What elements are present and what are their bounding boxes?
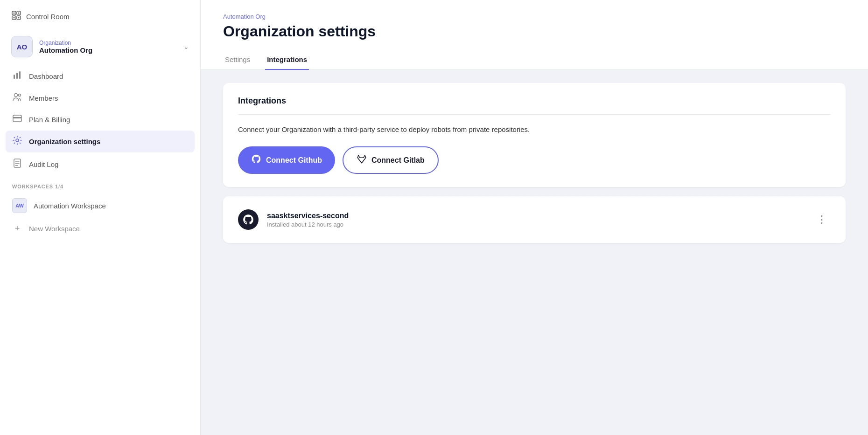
sidebar-item-org-settings[interactable]: Organization settings xyxy=(6,131,195,152)
integrations-card-title: Integrations xyxy=(238,96,831,115)
github-button-icon xyxy=(251,154,261,166)
svg-point-15 xyxy=(16,139,19,142)
doc-icon xyxy=(12,159,22,170)
svg-rect-8 xyxy=(14,75,15,79)
svg-point-7 xyxy=(18,17,20,19)
sidebar-item-members-label: Members xyxy=(29,94,58,102)
connect-gitlab-label: Connect Gitlab xyxy=(371,156,425,165)
org-switcher[interactable]: AO Organization Automation Org ⌄ xyxy=(0,31,200,66)
svg-rect-9 xyxy=(16,73,18,79)
workspace-name: Automation Workspace xyxy=(34,202,106,210)
new-workspace-button[interactable]: + New Workspace xyxy=(0,218,200,239)
tab-integrations[interactable]: Integrations xyxy=(265,50,309,70)
integration-buttons: Connect Github Connect Gitlab xyxy=(238,146,831,174)
tab-settings[interactable]: Settings xyxy=(223,50,252,70)
control-room-icon xyxy=(11,10,21,23)
breadcrumb: Automation Org xyxy=(223,13,846,20)
org-category: Organization xyxy=(39,40,177,46)
integration-logo xyxy=(238,209,259,230)
connect-github-label: Connect Github xyxy=(266,156,322,165)
main-content: Automation Org Organization settings Set… xyxy=(201,0,868,435)
gitlab-button-icon xyxy=(357,154,367,166)
integration-name: saasktservices-second xyxy=(267,212,805,220)
svg-rect-10 xyxy=(19,71,21,79)
integration-time: Installed about 12 hours ago xyxy=(267,221,805,228)
chevron-down-icon: ⌄ xyxy=(183,43,189,50)
page-content: Integrations Connect your Organization w… xyxy=(201,70,868,256)
workspaces-section-label: WORKSPACES 1/4 xyxy=(0,175,200,193)
nav-menu: Dashboard Members Plan & Bil xyxy=(0,66,200,175)
integration-more-button[interactable]: ⋮ xyxy=(813,212,831,228)
svg-rect-14 xyxy=(13,117,21,118)
org-name: Automation Org xyxy=(39,46,177,54)
installed-integration-card: saasktservices-second Installed about 12… xyxy=(223,196,846,243)
integrations-card: Integrations Connect your Organization w… xyxy=(223,83,846,187)
sidebar-item-plan-billing-label: Plan & Billing xyxy=(29,116,70,124)
tab-bar: Settings Integrations xyxy=(223,49,846,69)
svg-point-5 xyxy=(18,13,20,14)
svg-point-12 xyxy=(19,94,21,97)
chart-icon xyxy=(12,71,22,82)
svg-point-4 xyxy=(14,13,15,14)
sidebar-item-audit-log-label: Audit Log xyxy=(29,160,58,168)
org-info: Organization Automation Org xyxy=(39,40,177,54)
integration-info: saasktservices-second Installed about 12… xyxy=(267,212,805,228)
connect-github-button[interactable]: Connect Github xyxy=(238,146,335,174)
connect-gitlab-button[interactable]: Connect Gitlab xyxy=(343,146,439,174)
plus-icon: + xyxy=(12,223,22,234)
sidebar-item-org-settings-label: Organization settings xyxy=(29,138,100,145)
people-icon xyxy=(12,93,22,104)
gear-icon xyxy=(12,136,22,147)
control-room-link[interactable]: Control Room xyxy=(0,0,200,31)
card-icon xyxy=(12,115,22,124)
workspace-item-automation[interactable]: AW Automation Workspace xyxy=(0,193,200,218)
sidebar-item-audit-log[interactable]: Audit Log xyxy=(6,153,195,175)
page-header: Automation Org Organization settings Set… xyxy=(201,0,868,70)
sidebar: Control Room AO Organization Automation … xyxy=(0,0,201,435)
svg-point-6 xyxy=(14,17,15,19)
control-room-label: Control Room xyxy=(26,13,70,21)
sidebar-item-members[interactable]: Members xyxy=(6,88,195,109)
integration-item: saasktservices-second Installed about 12… xyxy=(238,209,831,230)
svg-rect-16 xyxy=(14,159,21,167)
sidebar-item-plan-billing[interactable]: Plan & Billing xyxy=(6,110,195,130)
sidebar-item-dashboard-label: Dashboard xyxy=(29,72,63,80)
integrations-card-description: Connect your Organization with a third-p… xyxy=(238,124,831,135)
org-avatar: AO xyxy=(11,36,33,57)
page-title: Organization settings xyxy=(223,23,846,40)
sidebar-item-dashboard[interactable]: Dashboard xyxy=(6,66,195,87)
svg-point-11 xyxy=(14,94,18,97)
workspace-avatar: AW xyxy=(12,198,27,213)
new-workspace-label: New Workspace xyxy=(29,225,80,233)
